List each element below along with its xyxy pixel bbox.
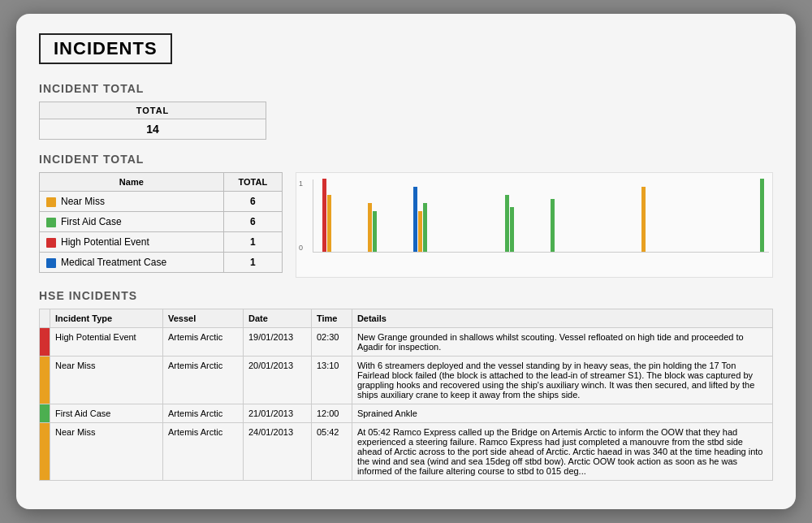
hse-col-details: Details — [352, 309, 772, 328]
breakdown-name: Near Miss — [40, 192, 224, 212]
breakdown-name: Medical Treatment Case — [40, 253, 224, 273]
page-title: INCIDENTS — [39, 33, 172, 64]
hse-vessel-cell: Artemis Arctic — [162, 423, 243, 481]
chart-bar-group — [368, 203, 377, 252]
breakdown-col-total: TOTAL — [223, 173, 282, 192]
breakdown-col-name: Name — [40, 173, 224, 192]
chart-bar — [418, 211, 422, 252]
hse-type-cell: Near Miss — [50, 357, 163, 404]
chart-bar — [641, 187, 646, 252]
hse-vessel-cell: Artemis Arctic — [162, 328, 243, 357]
hse-details-cell: With 6 streamers deployed and the vessel… — [352, 357, 772, 404]
hse-date-cell: 21/01/2013 — [243, 404, 311, 423]
breakdown-row: First Aid Case 6 — [40, 212, 283, 232]
hse-row: Near Miss Artemis Arctic 24/01/2013 05:4… — [40, 423, 773, 481]
hse-color-col — [40, 309, 50, 328]
breakdown-name: First Aid Case — [40, 212, 224, 232]
chart-bar — [760, 179, 764, 252]
hse-color-cell — [40, 328, 50, 357]
hse-row: First Aid Case Artemis Arctic 21/01/2013… — [40, 404, 773, 423]
hse-time-cell: 13:10 — [311, 357, 352, 404]
hse-details-cell: Sprained Ankle — [352, 404, 772, 423]
hse-date-cell: 24/01/2013 — [243, 423, 311, 481]
hse-time-cell: 12:00 — [311, 404, 352, 423]
hse-row: Near Miss Artemis Arctic 20/01/2013 13:1… — [40, 357, 773, 404]
chart-bar-group — [641, 187, 646, 252]
hse-color-cell — [40, 423, 50, 481]
breakdown-total: 6 — [223, 212, 282, 232]
chart-inner: 1 0 — [313, 179, 769, 253]
chart-bar — [551, 199, 555, 252]
incident-total-label: INCIDENT TOTAL — [39, 82, 773, 95]
breakdown-title: INCIDENT TOTAL — [39, 153, 773, 166]
hse-col-time: Time — [311, 309, 352, 328]
hse-color-cell — [40, 357, 50, 404]
chart-bar-group — [322, 179, 331, 252]
hse-vessel-cell: Artemis Arctic — [162, 404, 243, 423]
hse-time-cell: 02:30 — [311, 328, 352, 357]
chart-container: 1 0 19 Jan26 Jan2 Feb9 Feb16 Feb23 Feb2 … — [296, 172, 773, 278]
total-table-header: TOTAL — [40, 102, 266, 119]
hse-time-cell: 05:42 — [311, 423, 352, 481]
chart-bar — [423, 203, 427, 252]
hse-date-cell: 20/01/2013 — [243, 357, 311, 404]
chart-bar — [368, 203, 372, 252]
hse-type-cell: High Potential Event — [50, 328, 163, 357]
hse-details-cell: At 05:42 Ramco Express called up the Bri… — [352, 423, 772, 481]
breakdown-row: Near Miss 6 — [40, 192, 283, 212]
hse-vessel-cell: Artemis Arctic — [162, 357, 243, 404]
hse-color-cell — [40, 404, 50, 423]
chart-bar — [327, 195, 331, 252]
breakdown-total: 1 — [223, 232, 282, 253]
chart-bar — [505, 195, 509, 252]
chart-bar — [510, 207, 514, 252]
hse-type-cell: Near Miss — [50, 423, 163, 481]
breakdown-table: Name TOTAL Near Miss 6 First Aid Case 6 … — [39, 172, 283, 273]
breakdown-row: Medical Treatment Case 1 — [40, 253, 283, 273]
hse-title: HSE INCIDENTS — [39, 289, 773, 302]
color-swatch — [46, 197, 56, 207]
chart-bar-group — [413, 187, 427, 252]
breakdown-total: 1 — [223, 253, 282, 273]
chart-bar — [413, 187, 417, 252]
hse-col-type: Incident Type — [50, 309, 163, 328]
breakdown-name: High Potential Event — [40, 232, 224, 253]
color-swatch — [46, 218, 56, 227]
chart-bar-group — [760, 179, 764, 252]
main-card: INCIDENTS INCIDENT TOTAL TOTAL 14 INCIDE… — [16, 14, 796, 509]
color-swatch — [46, 258, 56, 268]
breakdown-row: High Potential Event 1 — [40, 232, 283, 253]
breakdown-total: 6 — [223, 192, 282, 212]
hse-table: Incident Type Vessel Date Time Details H… — [39, 309, 773, 481]
hse-row: High Potential Event Artemis Arctic 19/0… — [40, 328, 773, 357]
total-table: TOTAL 14 — [39, 102, 266, 140]
color-swatch — [46, 238, 56, 248]
breakdown-section: Name TOTAL Near Miss 6 First Aid Case 6 … — [39, 172, 773, 278]
chart-y-top: 1 — [299, 179, 303, 188]
chart-bar — [373, 211, 377, 252]
chart-y-bottom: 0 — [299, 244, 303, 252]
hse-type-cell: First Aid Case — [50, 404, 163, 423]
hse-details-cell: New Grange grounded in shallows whilst s… — [352, 328, 772, 357]
chart-bar-group — [551, 199, 555, 252]
chart-bar — [322, 179, 326, 252]
hse-col-vessel: Vessel — [162, 309, 243, 328]
chart-bar-group — [505, 195, 514, 252]
total-value: 14 — [40, 119, 266, 140]
hse-date-cell: 19/01/2013 — [243, 328, 311, 357]
hse-col-date: Date — [243, 309, 311, 328]
